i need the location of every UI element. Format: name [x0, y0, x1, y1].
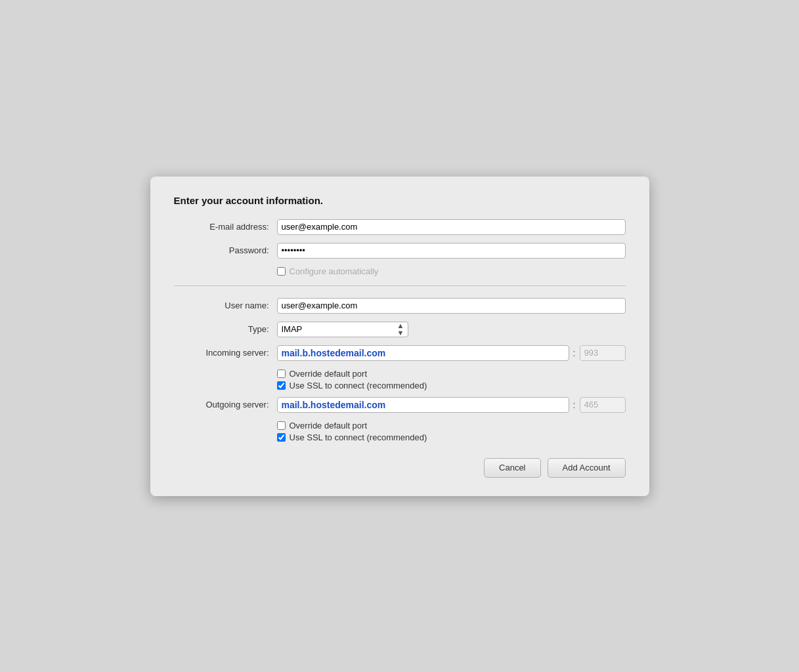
- email-row: E-mail address:: [174, 219, 626, 235]
- configure-auto-checkbox[interactable]: [277, 267, 286, 276]
- type-row: Type: IMAP POP3 Exchange ▲ ▼: [174, 322, 626, 337]
- section-divider: [174, 285, 626, 286]
- outgoing-server-inputs: :: [277, 397, 626, 413]
- outgoing-ssl-label[interactable]: Use SSL to connect (recommended): [290, 432, 427, 442]
- outgoing-port-input[interactable]: [580, 397, 626, 413]
- incoming-server-label: Incoming server:: [174, 348, 269, 358]
- incoming-colon: :: [573, 348, 576, 358]
- password-input[interactable]: [277, 243, 626, 259]
- add-account-button[interactable]: Add Account: [548, 458, 626, 478]
- incoming-ssl-row: Use SSL to connect (recommended): [277, 381, 626, 390]
- outgoing-server-input[interactable]: [277, 397, 569, 413]
- incoming-override-port-label[interactable]: Override default port: [290, 369, 368, 379]
- email-input[interactable]: [277, 219, 626, 235]
- account-dialog: Enter your account information. E-mail a…: [150, 177, 649, 496]
- incoming-server-inputs: :: [277, 345, 626, 361]
- password-label: Password:: [174, 245, 269, 255]
- incoming-port-input[interactable]: [580, 345, 626, 361]
- type-select-wrapper: IMAP POP3 Exchange ▲ ▼: [277, 322, 408, 337]
- incoming-override-port-checkbox[interactable]: [277, 369, 286, 378]
- incoming-ssl-checkbox[interactable]: [277, 381, 286, 390]
- outgoing-override-port-row: Override default port: [277, 421, 626, 430]
- incoming-ssl-label[interactable]: Use SSL to connect (recommended): [290, 381, 427, 390]
- incoming-server-input[interactable]: [277, 345, 569, 361]
- outgoing-colon: :: [573, 400, 576, 410]
- password-row: Password:: [174, 243, 626, 259]
- username-input[interactable]: [277, 298, 626, 314]
- outgoing-ssl-row: Use SSL to connect (recommended): [277, 432, 626, 442]
- cancel-button[interactable]: Cancel: [484, 458, 540, 478]
- configure-auto-label[interactable]: Configure automatically: [290, 266, 379, 276]
- configure-auto-row: Configure automatically: [277, 266, 626, 276]
- outgoing-server-label: Outgoing server:: [174, 400, 269, 410]
- type-label: Type:: [174, 324, 269, 334]
- incoming-server-options: Override default port Use SSL to connect…: [277, 369, 626, 390]
- button-row: Cancel Add Account: [174, 458, 626, 478]
- username-row: User name:: [174, 298, 626, 314]
- outgoing-ssl-checkbox[interactable]: [277, 433, 286, 442]
- email-label: E-mail address:: [174, 222, 269, 232]
- username-label: User name:: [174, 301, 269, 310]
- outgoing-override-port-checkbox[interactable]: [277, 421, 286, 430]
- outgoing-server-row: Outgoing server: :: [174, 397, 626, 413]
- outgoing-override-port-label[interactable]: Override default port: [290, 421, 368, 430]
- incoming-override-port-row: Override default port: [277, 369, 626, 379]
- outgoing-server-options: Override default port Use SSL to connect…: [277, 421, 626, 442]
- dialog-title: Enter your account information.: [174, 195, 626, 206]
- incoming-server-row: Incoming server: :: [174, 345, 626, 361]
- type-select[interactable]: IMAP POP3 Exchange: [277, 322, 408, 337]
